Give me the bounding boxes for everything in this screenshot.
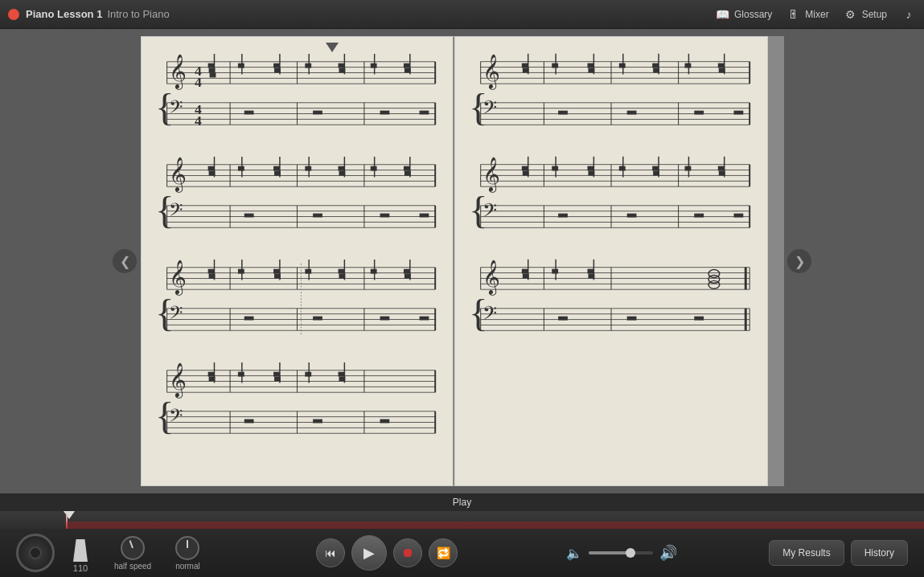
svg-rect-138 (380, 317, 389, 321)
svg-rect-92 (380, 214, 389, 218)
volume-control: 🔈 🔊 (566, 544, 677, 562)
svg-rect-157 (273, 372, 280, 377)
svg-text:4: 4 (194, 74, 201, 90)
svg-text:{: { (154, 85, 174, 129)
svg-rect-61 (207, 166, 214, 171)
svg-rect-15 (209, 72, 216, 77)
svg-rect-241 (587, 166, 593, 171)
svg-rect-178 (380, 419, 389, 424)
svg-rect-176 (244, 419, 253, 424)
svg-rect-22 (305, 63, 311, 68)
nav-previous-button[interactable]: ❮ (113, 249, 137, 273)
svg-rect-221 (626, 111, 636, 115)
record-button[interactable]: ⏺ (393, 538, 422, 567)
svg-rect-107 (207, 269, 214, 274)
timeline-area[interactable] (0, 511, 924, 529)
svg-rect-90 (244, 214, 253, 218)
svg-rect-162 (338, 372, 344, 377)
svg-rect-284 (552, 269, 558, 274)
vinyl-icon (16, 534, 55, 572)
staff-system-r2: 𝄞 (465, 148, 758, 244)
right-action-buttons: My Results History (769, 540, 908, 566)
normal-dial[interactable] (175, 536, 199, 560)
timeline-red-zone (67, 522, 924, 529)
svg-rect-206 (717, 63, 724, 68)
svg-text:{: { (468, 188, 487, 232)
speed-dial[interactable] (121, 536, 145, 560)
loop-button[interactable]: 🔁 (429, 538, 458, 567)
normal-control[interactable]: normal (175, 536, 200, 571)
svg-text:4: 4 (194, 113, 201, 129)
loop-icon: 🔁 (437, 546, 450, 559)
chevron-right-icon: ❯ (795, 254, 805, 269)
glossary-icon: 📖 (716, 7, 730, 22)
svg-rect-66 (273, 166, 280, 171)
svg-rect-222 (694, 111, 704, 115)
history-button[interactable]: History (851, 540, 908, 566)
playhead-marker (326, 43, 339, 52)
svg-rect-76 (403, 166, 409, 171)
nav-next-button[interactable]: ❯ (787, 249, 811, 273)
playback-controls: ⏮ ▶ ⏺ 🔁 (316, 535, 458, 571)
svg-rect-69 (305, 166, 311, 171)
sheet-page-right: 𝄞 (454, 36, 768, 486)
speed-needle (129, 540, 133, 548)
volume-slider[interactable] (589, 551, 653, 554)
svg-rect-267 (694, 214, 704, 218)
svg-rect-93 (419, 214, 429, 218)
svg-rect-110 (237, 269, 244, 274)
volume-low-icon: 🔈 (566, 546, 582, 561)
gear-icon: ⚙ (844, 7, 858, 22)
svg-rect-286 (587, 269, 593, 274)
svg-rect-152 (207, 372, 214, 377)
svg-rect-281 (521, 269, 528, 274)
svg-rect-64 (237, 166, 244, 171)
my-results-button[interactable]: My Results (769, 540, 844, 566)
svg-rect-136 (244, 317, 253, 321)
rewind-button[interactable]: ⏮ (316, 538, 345, 567)
svg-rect-236 (521, 166, 528, 171)
sheet-page-left: 𝄞 4 4 (141, 36, 454, 486)
mixer-button[interactable]: 🎚 Mixer (786, 7, 828, 22)
svg-rect-122 (403, 269, 409, 274)
setup-button[interactable]: ⚙ Setup (844, 7, 887, 22)
staff-system-r3: 𝄞 (465, 251, 758, 347)
tempo-display: 110 (71, 533, 90, 573)
chevron-left-icon: ❮ (120, 254, 130, 269)
main-content: ❮ 𝄞 4 4 (0, 29, 924, 493)
toolbar-right: 📖 Glossary 🎚 Mixer ⚙ Setup ♪ (716, 7, 916, 22)
svg-rect-47 (380, 111, 389, 115)
lesson-title: Piano Lesson 1 (26, 8, 102, 20)
play-pause-button[interactable]: ▶ (351, 535, 387, 571)
svg-rect-303 (558, 317, 568, 321)
svg-rect-265 (558, 214, 568, 218)
vinyl-inner (29, 546, 42, 559)
svg-rect-24 (338, 63, 344, 68)
svg-rect-160 (305, 372, 311, 377)
play-label-bar: Play (0, 493, 924, 511)
vinyl-display (16, 534, 55, 572)
svg-rect-196 (587, 63, 593, 68)
play-label: Play (453, 497, 471, 508)
svg-text:{: { (468, 85, 487, 129)
svg-rect-74 (370, 166, 376, 171)
svg-rect-117 (338, 269, 344, 274)
mixer-icon: 🎚 (786, 7, 801, 22)
volume-knob[interactable] (626, 548, 635, 558)
svg-rect-46 (313, 111, 322, 115)
speed-control[interactable]: half speed (114, 536, 151, 571)
svg-rect-239 (552, 166, 558, 171)
svg-rect-48 (419, 111, 429, 115)
music-icon: ♪ (901, 7, 916, 22)
svg-rect-191 (521, 63, 528, 68)
svg-rect-204 (684, 63, 691, 68)
staff-system-1: 𝄞 4 4 (151, 45, 443, 141)
staff-system-4: 𝄞 (151, 354, 443, 450)
svg-rect-17 (237, 63, 244, 68)
volume-fill (589, 551, 630, 554)
titlebar: Piano Lesson 1 Intro to Piano 📖 Glossary… (0, 0, 924, 29)
normal-needle (187, 540, 188, 548)
close-button[interactable] (8, 9, 19, 20)
svg-rect-304 (626, 317, 636, 321)
glossary-button[interactable]: 📖 Glossary (716, 7, 772, 22)
